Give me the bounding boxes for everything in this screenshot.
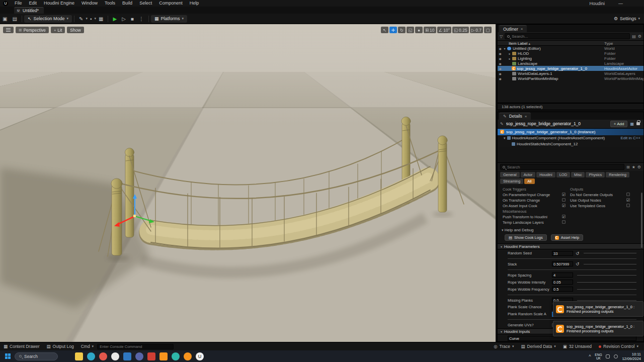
derived-data-dropdown[interactable]: ▤ Derived Data ▾ xyxy=(518,344,559,349)
param-value-input[interactable]: 0.5 xyxy=(552,287,573,292)
taskbar-icon-discord[interactable] xyxy=(135,352,143,360)
checkbox[interactable]: ✓ xyxy=(626,198,630,202)
outliner-search[interactable] xyxy=(505,33,630,39)
tab-all[interactable]: All xyxy=(524,178,534,184)
details-search[interactable] xyxy=(500,164,624,170)
save-icon[interactable]: ▣ xyxy=(0,16,10,22)
param-value-input[interactable]: 0.507999 xyxy=(552,261,573,266)
perspective-dropdown[interactable]: ▦ Perspective xyxy=(16,27,49,33)
grid-snap-button[interactable]: ⊞ 10 xyxy=(424,27,436,33)
visibility-icon[interactable]: ◉ xyxy=(498,57,503,60)
param-slider[interactable] xyxy=(577,282,636,283)
visibility-icon[interactable]: ◉ xyxy=(498,77,503,80)
details-scrollbar[interactable] xyxy=(641,193,642,248)
stop-button[interactable]: ■ xyxy=(128,16,136,22)
tab-lod[interactable]: LOD xyxy=(556,172,570,177)
camera-speed-button[interactable]: ▷ 0.7 xyxy=(470,27,483,33)
content-browser-icon[interactable]: ▤ xyxy=(10,16,19,22)
param-slider[interactable] xyxy=(577,300,636,301)
menu-select[interactable]: Select xyxy=(136,0,155,7)
level-viewport[interactable]: ▦ Perspective ● Lit Show ↖ ✛ ↻ ◱ ● ⊞ 10 … xyxy=(0,24,496,342)
language-switcher[interactable]: ENG UK xyxy=(595,353,602,360)
checkbox[interactable] xyxy=(626,193,630,196)
param-slider[interactable] xyxy=(584,253,636,253)
output-log-button[interactable]: ▤ Output Log xyxy=(43,342,77,350)
item-label-column[interactable]: Item Label xyxy=(509,41,527,46)
unsaved-indicator[interactable]: ▣ 32 Unsaved xyxy=(559,344,595,349)
cmd-dropdown[interactable]: Cmd ▾ xyxy=(77,342,97,350)
menu-tools[interactable]: Tools xyxy=(101,0,119,7)
taskbar-icon-app-light[interactable] xyxy=(111,352,119,360)
tab-misc[interactable]: Misc xyxy=(571,172,585,177)
move-tool-button[interactable]: ✛ xyxy=(389,27,397,33)
rotate-tool-button[interactable]: ↻ xyxy=(398,27,406,33)
houdini-toast[interactable]: sop_jessg_rope_bridge_generator_1_0 : Fi… xyxy=(553,301,643,317)
tray-expand-icon[interactable]: ^ xyxy=(589,354,591,359)
details-search-input[interactable] xyxy=(507,165,622,169)
tree-collapse-icon[interactable]: ▾ xyxy=(503,47,507,50)
volume-icon[interactable] xyxy=(614,354,618,358)
visibility-icon[interactable]: ◉ xyxy=(498,52,503,55)
visibility-icon[interactable]: ◉ xyxy=(498,62,503,65)
outliner-column-header[interactable]: Item Label ▴ Type xyxy=(498,40,643,46)
browse-icon[interactable]: ▦ xyxy=(630,122,634,126)
menu-window[interactable]: Window xyxy=(78,0,101,7)
checkbox[interactable] xyxy=(562,198,566,202)
taskbar-icon-app-red[interactable] xyxy=(147,352,155,360)
tab-rendering[interactable]: Rendering xyxy=(606,172,629,177)
start-button[interactable] xyxy=(5,353,11,359)
outliner-row-minimap[interactable]: ◉ WorldPartitionMiniMap WorldPartitionMi… xyxy=(498,76,643,81)
outliner-search-input[interactable] xyxy=(512,34,627,39)
frame-skip-button[interactable]: ▷ xyxy=(119,16,128,22)
selection-mode-dropdown[interactable]: ↖ Selection Mode ▾ xyxy=(24,15,72,23)
component-row-mesh[interactable]: HoudiniStaticMeshComponent_12 xyxy=(498,141,643,147)
menu-help[interactable]: Help xyxy=(186,0,203,7)
taskbar-icon-vscode[interactable] xyxy=(123,352,131,360)
close-icon[interactable]: × xyxy=(525,114,527,119)
select-tool-button[interactable]: ↖ xyxy=(381,27,388,33)
bridge-model[interactable] xyxy=(99,117,464,257)
visibility-icon[interactable]: ◉ xyxy=(498,67,503,70)
checkbox[interactable] xyxy=(562,220,566,224)
menu-houdini-engine[interactable]: Houdini Engine xyxy=(40,0,78,7)
viewport-menu-button[interactable] xyxy=(3,27,14,33)
taskbar-icon-app-teal[interactable] xyxy=(172,352,180,360)
tab-general[interactable]: General xyxy=(500,172,520,177)
scale-snap-button[interactable]: ◱ 0.25 xyxy=(452,27,469,33)
param-value-input[interactable]: 4 xyxy=(552,273,573,278)
taskbar-icon-file-explorer[interactable] xyxy=(75,352,83,360)
show-cook-logs-button[interactable]: ▤ Show Cook Logs xyxy=(505,234,547,241)
scale-tool-button[interactable]: ◱ xyxy=(407,27,414,33)
tab-houdini[interactable]: Houdini xyxy=(536,172,555,177)
taskbar-search[interactable]: Search xyxy=(15,352,58,360)
menu-edit[interactable]: Edit xyxy=(26,0,41,7)
outliner-row-world[interactable]: ◉ ▾ Untitled (Editor) World xyxy=(498,46,643,51)
maximize-viewport-button[interactable]: ▢ xyxy=(484,27,492,33)
taskbar-icon-edge[interactable] xyxy=(87,352,95,360)
param-slider[interactable] xyxy=(577,289,636,290)
lit-dropdown[interactable]: ● Lit xyxy=(51,27,65,33)
param-value-input[interactable]: 0.05 xyxy=(552,280,573,285)
lock-icon[interactable] xyxy=(636,122,640,125)
reset-icon[interactable]: ↺ xyxy=(576,261,580,266)
checkbox[interactable]: ✓ xyxy=(562,204,566,207)
settings-label[interactable]: Settings xyxy=(620,16,636,21)
outliner-row-houdini-asset[interactable]: ◉ sop_jessg_rope_bridge_generator_1_0 Ho… xyxy=(498,66,643,71)
taskbar-icon-browser[interactable] xyxy=(99,352,107,360)
modes-icon[interactable]: ▦ xyxy=(96,16,106,22)
instance-row[interactable]: sop_jessg_rope_bridge_generator_1_0 (Ins… xyxy=(498,129,643,135)
create-actor-icon[interactable]: ▪ xyxy=(88,16,95,22)
tree-expand-icon[interactable]: ▸ xyxy=(508,57,512,60)
trace-dropdown[interactable]: ◎ Trace ▾ xyxy=(490,344,517,349)
param-slider[interactable] xyxy=(577,275,636,276)
world-space-toggle[interactable]: ● xyxy=(415,27,423,33)
outliner-row-hlod[interactable]: ◉ ▸ HLOD Folder xyxy=(498,51,643,56)
tab-outliner[interactable]: Outliner × xyxy=(499,25,527,32)
tab-actor[interactable]: Actor xyxy=(521,172,536,177)
type-column[interactable]: Type xyxy=(604,41,613,46)
network-icon[interactable] xyxy=(606,354,610,358)
rotation-snap-button[interactable]: ∠ 10° xyxy=(437,27,451,33)
outliner-row-worlddatalayers[interactable]: ◉ WorldDataLayers-1 WorldDataLayers xyxy=(498,71,643,76)
tab-details[interactable]: ✎ Details × xyxy=(499,113,531,120)
close-icon[interactable]: × xyxy=(521,27,523,31)
